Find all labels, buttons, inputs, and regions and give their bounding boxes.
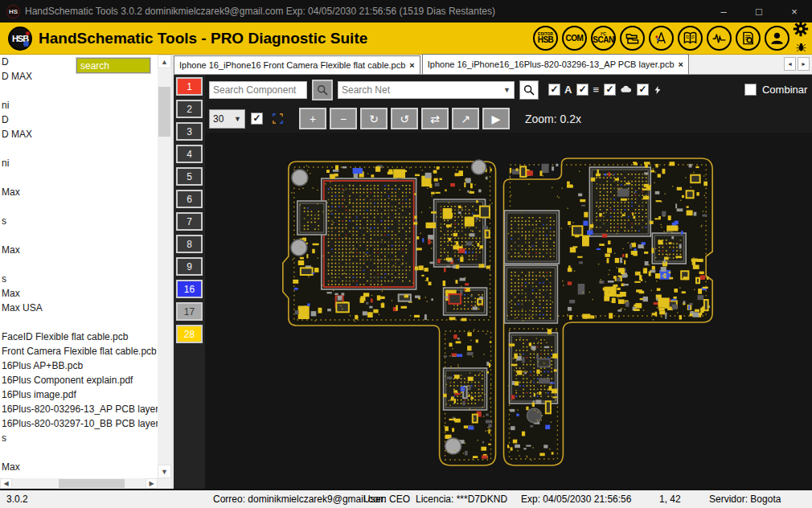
fit-checkbox[interactable]: ✓: [251, 113, 263, 125]
layer-button-5[interactable]: 5: [176, 167, 203, 186]
search-component-button[interactable]: [312, 80, 333, 100]
file-tree-item[interactable]: Max: [0, 286, 158, 301]
com-icon[interactable]: COM: [562, 26, 587, 51]
schematic-book-icon[interactable]: [678, 26, 703, 51]
sidebar-vertical-scrollbar[interactable]: ▲ ▼: [158, 55, 171, 478]
tab-close-icon[interactable]: ×: [679, 59, 683, 69]
scroll-left-icon[interactable]: ◀: [0, 478, 12, 489]
scroll-right-icon[interactable]: ▶: [146, 478, 158, 489]
layer-button-7[interactable]: 7: [176, 212, 203, 231]
settings-gear-icon[interactable]: [793, 21, 809, 40]
close-button[interactable]: ×: [777, 0, 812, 23]
file-tree-item[interactable]: [0, 199, 158, 214]
layer-button-17[interactable]: 17: [176, 302, 203, 321]
grid-scale-select[interactable]: 30 ▼: [209, 109, 245, 129]
layer-button-6[interactable]: 6: [176, 190, 203, 208]
layer-button-3[interactable]: 3: [176, 122, 203, 141]
hscroll-thumb[interactable]: [59, 479, 125, 488]
layer-button-2[interactable]: 2: [176, 100, 203, 118]
search-component-input[interactable]: [209, 81, 307, 99]
tab-scroll-left-button[interactable]: ◂: [784, 57, 796, 71]
toggle-power[interactable]: ✓: [637, 84, 662, 96]
document-tab-2[interactable]: Iphone 16_iPhone16_16Plus-820-03296-13_A…: [422, 54, 689, 74]
search-net-select[interactable]: Search Net ▼: [338, 81, 515, 99]
file-tree-item[interactable]: Max: [0, 243, 158, 257]
play-button[interactable]: ▶: [482, 108, 510, 129]
zoom-in-button[interactable]: +: [299, 108, 326, 129]
toggle-silkscreen[interactable]: ✓: [604, 84, 632, 96]
rotate-ccw-button[interactable]: ↺: [391, 108, 418, 129]
scroll-down-icon[interactable]: ▼: [158, 465, 171, 478]
toggle-lines[interactable]: ✓≡: [576, 84, 599, 96]
file-tree-item[interactable]: [0, 445, 158, 460]
file-tree-item[interactable]: 16Plus-820-03297-10_BB PCB layer.p: [0, 416, 158, 431]
scroll-up-icon[interactable]: ▲: [158, 55, 171, 68]
layer-button-28[interactable]: 28: [176, 325, 203, 343]
toggle-labels-checkbox[interactable]: ✓: [548, 84, 560, 96]
tab-close-icon[interactable]: ×: [409, 60, 414, 70]
status-coords: 1, 42: [659, 494, 681, 505]
measure-tool-icon[interactable]: [649, 26, 674, 51]
user-account-icon[interactable]: [765, 26, 789, 51]
file-tree-item[interactable]: D: [0, 113, 158, 127]
tab-bar: Iphone 16_iPhone16 Front Camera Flexible…: [174, 55, 812, 75]
toggle-lines-checkbox[interactable]: ✓: [576, 84, 588, 96]
file-tree-item[interactable]: s: [0, 214, 158, 228]
search-net-button[interactable]: [519, 80, 539, 100]
file-tree-item[interactable]: s: [0, 431, 158, 445]
selection-corners-icon[interactable]: [272, 113, 284, 125]
layer-button-8[interactable]: 8: [176, 235, 203, 253]
vscroll-thumb[interactable]: [158, 87, 170, 137]
status-licencia: Licencia: ***D7DKND: [416, 494, 507, 505]
file-tree-item[interactable]: [0, 257, 158, 272]
file-tree-item[interactable]: [0, 141, 158, 156]
file-tree-item[interactable]: s: [0, 272, 158, 286]
layer-button-4[interactable]: 4: [176, 145, 203, 163]
lines-icon: ≡: [593, 84, 599, 96]
status-exp: Exp: 04/05/2030 21:56:56: [521, 494, 631, 505]
file-tree-item[interactable]: [0, 315, 158, 330]
document-tab-1[interactable]: Iphone 16_iPhone16 Front Camera Flexible…: [174, 55, 420, 74]
layer-button-16[interactable]: 16: [176, 280, 203, 298]
toggle-labels[interactable]: ✓A: [548, 84, 572, 96]
toggle-silkscreen-checkbox[interactable]: ✓: [604, 84, 616, 96]
report-search-icon[interactable]: [736, 26, 761, 51]
file-tree-item[interactable]: [0, 84, 158, 98]
file-tree-item[interactable]: 16Plus AP+BB.pcb: [0, 358, 158, 373]
file-manager-icon[interactable]: [620, 26, 645, 51]
status-bar: 3.0.2 Correo: dominikmielczarek9@gmail.c…: [0, 489, 812, 508]
debug-bug-icon[interactable]: [796, 41, 806, 55]
file-tree-item[interactable]: Max: [0, 185, 158, 199]
layer-button-9[interactable]: 9: [176, 257, 203, 276]
tab-scroll-right-button[interactable]: ▸: [798, 57, 810, 71]
rotate-cw-button[interactable]: ↻: [360, 108, 388, 129]
waveform-icon[interactable]: [707, 26, 732, 51]
minimize-button[interactable]: –: [706, 0, 741, 23]
toggle-power-checkbox[interactable]: ✓: [637, 84, 649, 96]
zoom-out-button[interactable]: −: [330, 108, 357, 129]
file-tree-item[interactable]: [0, 228, 158, 243]
file-tree-item[interactable]: D MAX: [0, 127, 158, 141]
flip-button[interactable]: ⇄: [421, 108, 449, 129]
file-tree-item[interactable]: [0, 170, 158, 185]
expand-button[interactable]: ↗: [452, 108, 479, 129]
pcb-canvas[interactable]: [205, 133, 812, 489]
sidebar-horizontal-scrollbar[interactable]: ◀ ▶: [0, 478, 158, 489]
file-tree-item[interactable]: 16Plus image.pdf: [0, 387, 158, 402]
file-tree-item[interactable]: ni: [0, 98, 158, 113]
file-tree-item[interactable]: Front Camera Flexible flat cable.pcb: [0, 344, 158, 358]
file-tree-item[interactable]: 16Plus Component explain.pdf: [0, 373, 158, 387]
combinar-checkbox[interactable]: [744, 84, 757, 96]
maximize-button[interactable]: □: [741, 0, 777, 23]
layer-button-1[interactable]: 1: [176, 77, 203, 96]
file-tree-item[interactable]: 16Plus-820-03296-13_AP PCB layer.p: [0, 402, 158, 416]
file-tree-item[interactable]: ni: [0, 156, 158, 170]
header-toolbar: EDITORHSBCOMI²CSCAN: [533, 26, 791, 51]
combinar-option[interactable]: Combinar: [744, 84, 807, 96]
hsb-editor-icon[interactable]: EDITORHSB: [533, 26, 558, 51]
file-tree-item[interactable]: Max: [0, 460, 158, 474]
file-tree-item[interactable]: Max USA: [0, 301, 158, 315]
sidebar-search-input[interactable]: [76, 58, 150, 73]
file-tree-item[interactable]: FaceID Flexible flat cable.pcb: [0, 330, 158, 344]
i2c-scan-icon[interactable]: I²CSCAN: [591, 26, 616, 51]
